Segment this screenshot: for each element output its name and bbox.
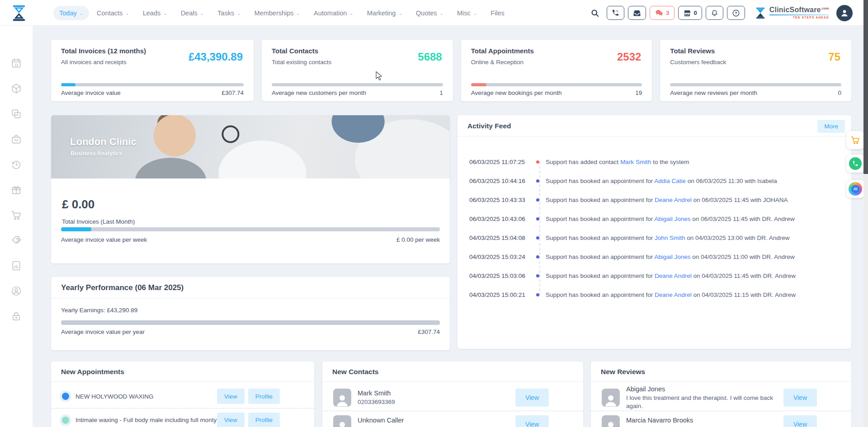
app-hourglass-logo-icon[interactable] — [9, 3, 29, 23]
reviews-list: Abigail Jones I love this treatment and … — [591, 382, 851, 427]
nav-item[interactable]: Leads ⌄ — [137, 6, 173, 20]
ai-icon-label: AI — [851, 185, 860, 193]
contact-link[interactable]: Abigail Jones — [654, 253, 690, 260]
phone-icon — [612, 9, 619, 17]
yearly-earnings: Yearly Earnings: £43,290.89 — [61, 307, 137, 314]
more-button[interactable]: More — [817, 120, 845, 133]
last-month-progress-bar — [61, 227, 440, 231]
yearly-footer: Average invoice value per year £307.74 — [61, 328, 440, 335]
contact-link[interactable]: Deane Andrel — [655, 291, 692, 298]
view-button[interactable]: View — [783, 415, 817, 427]
svg-text:?: ? — [735, 11, 737, 15]
activity-text-prefix: Support has booked an appointment for — [546, 291, 655, 298]
floating-cart-button[interactable] — [846, 131, 864, 149]
activity-text-prefix: Support has booked an appointment for — [546, 272, 655, 279]
help-button[interactable]: ? — [727, 6, 745, 20]
contact-link[interactable]: Addia Catie — [654, 178, 686, 184]
inbox-icon — [633, 9, 641, 17]
floating-ai-button[interactable]: AI — [846, 180, 864, 198]
stat-progress-bar — [670, 83, 841, 86]
nav-item[interactable]: Today ⌄ — [53, 6, 89, 20]
messages-button[interactable]: 3 — [650, 6, 674, 20]
nav-item[interactable]: Tasks ⌄ — [212, 6, 246, 20]
shopping-bag-icon[interactable] — [10, 133, 22, 145]
nav-item-label: Automation — [314, 9, 347, 17]
nav-item[interactable]: Quotes ⌄ — [410, 6, 449, 20]
activity-timestamp: 06/03/2025 10:43:06 — [469, 216, 533, 222]
nav-item[interactable]: Misc ⌄ — [451, 6, 483, 20]
user-avatar[interactable] — [836, 5, 853, 21]
chevron-down-icon: ⌄ — [125, 11, 129, 16]
clinic-banner-photo: London Clinic Business Analytics — [51, 115, 450, 178]
activity-entry: 04/03/2025 15:04:08 Support has booked a… — [458, 228, 851, 247]
scrollbar-thumb[interactable] — [863, 0, 868, 174]
shop-button[interactable]: 0 — [678, 6, 702, 20]
contact-link[interactable]: Abigail Jones — [654, 216, 690, 222]
stat-subtitle: Total existing contacts — [272, 59, 331, 66]
activity-timestamp: 06/03/2025 10:43:33 — [469, 197, 533, 203]
phone-button[interactable] — [607, 6, 624, 20]
view-button[interactable]: View — [217, 389, 245, 404]
nav-item[interactable]: Files — [485, 6, 510, 20]
stat-card: Total Appointments Online & Reception 25… — [461, 40, 652, 101]
whatsapp-icon — [849, 157, 862, 170]
nav-item-label: Today — [59, 9, 77, 17]
gift-icon[interactable] — [10, 184, 22, 196]
activity-feed-card: Activity Feed More 06/03/2025 11:07:25 S… — [458, 115, 851, 349]
search-icon[interactable] — [590, 9, 599, 18]
stat-card: Total Reviews Customers feedback 75 Aver… — [660, 40, 851, 101]
contact-link[interactable]: Deane Andrel — [655, 272, 692, 279]
chevron-down-icon: ⌄ — [398, 11, 402, 16]
view-button[interactable]: View — [515, 389, 549, 407]
stat-value: £43,390.89 — [189, 51, 243, 63]
cart-icon[interactable] — [10, 209, 22, 221]
timeline-marker-icon — [536, 293, 539, 296]
copy-icon[interactable] — [10, 108, 22, 120]
activity-text-suffix: on 04/03/2025 11:45 with DR. Andrew — [692, 272, 796, 279]
clinic-footer: Average invoice value per week £ 0.00 pe… — [61, 236, 440, 243]
price-tags-icon[interactable] — [10, 235, 22, 246]
nav-item[interactable]: Automation ⌄ — [308, 6, 359, 20]
chat-bubbles-icon — [655, 9, 663, 17]
floating-whatsapp-button[interactable] — [846, 155, 864, 173]
new-reviews-title: New Reviews — [591, 361, 851, 382]
view-button[interactable]: View — [515, 415, 549, 427]
chevron-down-icon: ⌄ — [237, 11, 241, 16]
history-icon[interactable] — [10, 159, 22, 170]
notifications-button[interactable] — [706, 6, 723, 20]
activity-timestamp: 06/03/2025 10:44:16 — [469, 178, 533, 184]
activity-timestamp: 06/03/2025 11:07:25 — [469, 159, 533, 165]
stat-card: Total Invoices (12 months) All invoices … — [51, 40, 254, 101]
calendar-icon[interactable]: 12 — [10, 57, 22, 69]
ai-icon: AI — [849, 182, 862, 196]
lock-icon[interactable] — [10, 310, 22, 322]
profile-button[interactable]: Profile — [248, 389, 280, 404]
nav-item[interactable]: Contacts ⌄ — [91, 6, 135, 20]
activity-text: Support has booked an appointment for Ab… — [546, 253, 795, 260]
nav-item-label: Quotes — [416, 9, 437, 17]
service-dot-icon — [62, 417, 69, 424]
nav-item[interactable]: Marketing ⌄ — [361, 6, 408, 20]
scrollbar[interactable] — [863, 0, 868, 427]
view-button[interactable]: View — [783, 389, 817, 407]
package-icon[interactable] — [10, 83, 22, 94]
inbox-button[interactable] — [628, 6, 646, 20]
contact-link[interactable]: John Smith — [655, 235, 685, 241]
contact-name: Unknown Caller — [358, 416, 515, 425]
nav-item[interactable]: Memberships ⌄ — [249, 6, 306, 20]
profile-button[interactable]: Profile — [248, 413, 280, 427]
contact-link[interactable]: Deane Andrel — [655, 197, 692, 203]
activity-text-suffix: on 06/03/2025 11:30 with Isabela — [686, 178, 777, 184]
view-button[interactable]: View — [217, 413, 245, 427]
nav-item[interactable]: Deals ⌄ — [175, 6, 210, 20]
review-row: Abigail Jones I love this treatment and … — [591, 385, 851, 411]
clinic-footer-label: Average invoice value per week — [61, 236, 147, 243]
report-icon[interactable] — [10, 260, 22, 272]
contact-link[interactable]: Mark Smith — [620, 159, 651, 165]
new-contacts-title: New Contacts — [322, 361, 583, 382]
new-contacts-card: New Contacts Mark Smith 02033693369 View — [322, 361, 583, 427]
yearly-footer-value: £307.74 — [418, 328, 440, 335]
stat-value: 75 — [828, 51, 840, 63]
account-icon[interactable] — [10, 285, 22, 297]
chevron-down-icon: ⌄ — [80, 11, 83, 16]
